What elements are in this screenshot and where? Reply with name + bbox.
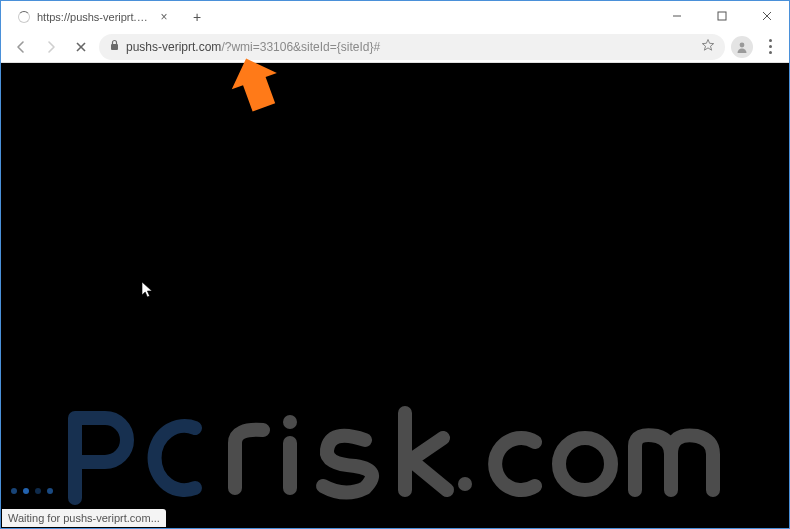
status-bar: Waiting for pushs-veriprt.com...	[2, 509, 166, 527]
url-path: /?wmi=33106&siteId={siteId}#	[221, 40, 380, 54]
back-button[interactable]	[9, 35, 33, 59]
new-tab-button[interactable]: +	[185, 5, 209, 29]
close-window-button[interactable]	[744, 1, 789, 31]
svg-point-9	[458, 477, 472, 491]
url-host: pushs-veriprt.com	[126, 40, 221, 54]
person-icon	[735, 40, 749, 54]
forward-button[interactable]	[39, 35, 63, 59]
maximize-button[interactable]	[699, 1, 744, 31]
svg-rect-1	[718, 12, 726, 20]
svg-point-8	[283, 415, 297, 429]
bookmark-star-button[interactable]	[701, 38, 715, 55]
tab-title: https://pushs-veriprt.com/?wmi=	[37, 11, 151, 23]
svg-rect-6	[111, 44, 118, 50]
menu-dot-icon	[769, 51, 772, 54]
browser-tab[interactable]: https://pushs-veriprt.com/?wmi= ×	[9, 3, 179, 31]
menu-dot-icon	[769, 45, 772, 48]
watermark-logo: .wm-blue { fill: none; stroke: rgba(58,1…	[45, 388, 745, 508]
url-text: pushs-veriprt.com/?wmi=33106&siteId={sit…	[126, 40, 380, 54]
loading-spinner-icon	[17, 10, 31, 24]
window-controls	[654, 1, 789, 31]
address-bar[interactable]: pushs-veriprt.com/?wmi=33106&siteId={sit…	[99, 34, 725, 60]
minimize-icon	[672, 11, 682, 21]
decorative-dots	[11, 488, 53, 494]
status-text: Waiting for pushs-veriprt.com...	[8, 512, 160, 524]
menu-dot-icon	[769, 39, 772, 42]
stop-icon	[75, 41, 87, 53]
star-icon	[701, 38, 715, 52]
page-content: .wm-blue { fill: none; stroke: rgba(58,1…	[1, 63, 789, 528]
menu-button[interactable]	[759, 36, 781, 58]
arrow-left-icon	[14, 40, 28, 54]
tab-strip: https://pushs-veriprt.com/?wmi= × +	[9, 1, 209, 31]
stop-reload-button[interactable]	[69, 35, 93, 59]
toolbar: pushs-veriprt.com/?wmi=33106&siteId={sit…	[1, 31, 789, 63]
maximize-icon	[717, 11, 727, 21]
minimize-button[interactable]	[654, 1, 699, 31]
close-icon	[762, 11, 772, 21]
profile-avatar-button[interactable]	[731, 36, 753, 58]
lock-icon	[109, 39, 120, 54]
svg-point-10	[559, 438, 611, 490]
svg-point-7	[740, 42, 745, 47]
arrow-right-icon	[44, 40, 58, 54]
close-tab-button[interactable]: ×	[157, 10, 171, 24]
titlebar: https://pushs-veriprt.com/?wmi= × +	[1, 1, 789, 31]
mouse-cursor-icon	[141, 281, 155, 303]
browser-window: https://pushs-veriprt.com/?wmi= × +	[0, 0, 790, 529]
